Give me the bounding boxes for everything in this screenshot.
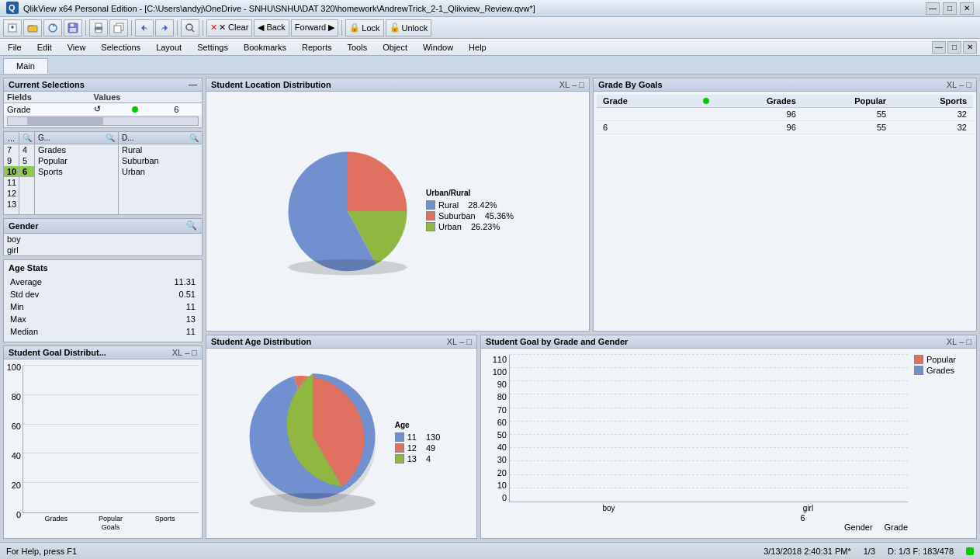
legend-suburban-value: 45.36%	[485, 211, 514, 220]
listbox-dots-header[interactable]: ...	[4, 132, 19, 144]
stacked-xl-btn[interactable]: XL	[947, 337, 957, 346]
num-10[interactable]: 10	[4, 166, 19, 177]
menu-edit[interactable]: Edit	[29, 39, 60, 56]
grades-col-header: Grades	[717, 95, 802, 108]
grade-col-header: Grade	[597, 95, 673, 108]
age-dist-xl-btn[interactable]: XL	[447, 337, 457, 346]
menu-settings[interactable]: Settings	[189, 39, 236, 56]
gender-box: Gender 🔍 boy girl	[3, 218, 203, 256]
x-label-boy: boy	[509, 504, 708, 512]
location-max-btn[interactable]: □	[579, 80, 584, 89]
small-chart-xl-btn[interactable]: XL	[172, 348, 182, 357]
gender-boy[interactable]: boy	[4, 234, 202, 245]
min-value: 11	[121, 301, 196, 312]
middle-charts-row: Student Age Distribution XL – □	[206, 335, 977, 539]
left-panel: Current Selections — Fields Values Grade…	[0, 75, 206, 542]
listbox-search-header[interactable]: 🔍	[19, 132, 35, 144]
stacked-chart-area: 0 10 20 30 40 50 60 70 80 90 100	[487, 355, 970, 532]
inner-close[interactable]: ✕	[963, 41, 977, 54]
age-dist-min-btn[interactable]: –	[459, 337, 464, 346]
location-xl-btn[interactable]: XL	[559, 80, 570, 89]
grade-goals-table: Grade Grades Popular Sports 9	[597, 95, 973, 134]
age-legend: Age 11 130 12 49 13	[395, 421, 441, 465]
stacked-axis-title-container: Gender Grade	[487, 523, 970, 532]
search-button[interactable]	[181, 19, 199, 36]
minimize-button[interactable]: —	[926, 2, 940, 15]
maximize-button[interactable]: □	[943, 2, 957, 15]
toolbar-separator-1	[85, 20, 86, 36]
legend-grades-color	[914, 366, 923, 375]
menu-window[interactable]: Window	[415, 39, 461, 56]
grade-col-header[interactable]: G... 🔍	[35, 132, 119, 144]
grade-goals-xl-btn[interactable]: XL	[947, 80, 957, 89]
location-chart-content: Urban/Rural Rural 28.42% Suburban 45.36%	[206, 92, 589, 331]
clear-button[interactable]: ✕ ✕ Clear	[206, 19, 252, 36]
current-selections-close[interactable]: —	[189, 80, 197, 89]
x-label-popular: Popular	[86, 515, 134, 523]
svg-point-15	[186, 24, 192, 30]
dist-item-suburban[interactable]: Suburban	[119, 155, 202, 166]
back-button[interactable]: ◀ Back	[254, 19, 289, 36]
tab-main[interactable]: Main	[3, 58, 48, 74]
max-row: Max 13	[10, 314, 196, 325]
dist-item-rural[interactable]: Rural	[119, 144, 202, 155]
gender-girl[interactable]: girl	[4, 245, 202, 255]
lock-button[interactable]: 🔒 Lock	[345, 19, 383, 36]
grades-col: Grades Popular Sports	[35, 144, 119, 214]
legend-rural: Rural 28.42%	[426, 200, 514, 210]
menu-bar: File Edit View Selections Layout Setting…	[0, 39, 980, 56]
open-button[interactable]	[23, 19, 42, 36]
gender-search-icon[interactable]: 🔍	[186, 220, 197, 231]
stacked-min-btn[interactable]: –	[959, 337, 964, 346]
location-legend-title: Urban/Rural	[426, 189, 514, 197]
grade-goals-max-btn[interactable]: □	[966, 80, 971, 89]
grade-6-dot	[673, 121, 717, 134]
legend-rural-color	[426, 200, 435, 210]
legend-rural-value: 28.42%	[468, 200, 497, 210]
location-min-btn[interactable]: –	[572, 80, 577, 89]
grade-item-sports[interactable]: Sports	[35, 166, 118, 177]
menu-file[interactable]: File	[0, 39, 29, 56]
inner-restore[interactable]: □	[947, 41, 961, 54]
numbers-col: 7 9 10 11 12 13	[4, 144, 19, 214]
reload-button[interactable]	[43, 19, 62, 36]
small-chart-max-btn[interactable]: □	[192, 348, 197, 357]
undo-button[interactable]	[135, 19, 154, 36]
dot-col-header	[673, 95, 717, 108]
avg-value: 11.31	[121, 276, 196, 287]
menu-tools[interactable]: Tools	[339, 39, 375, 56]
menu-reports[interactable]: Reports	[294, 39, 340, 56]
grade-table-6-row: 6 96 55 32	[597, 121, 973, 134]
menu-layout[interactable]: Layout	[148, 39, 189, 56]
print-button[interactable]	[89, 19, 108, 36]
age-dist-controls: XL – □	[447, 337, 472, 346]
unlock-button[interactable]: 🔓 Unlock	[386, 19, 432, 36]
stacked-max-btn[interactable]: □	[966, 337, 971, 346]
grade-6-label: 6	[597, 121, 673, 134]
svg-point-17	[288, 259, 407, 275]
age-dist-max-btn[interactable]: □	[466, 337, 472, 346]
selections-scrollbar[interactable]	[7, 116, 199, 126]
close-button[interactable]: ✕	[960, 2, 974, 15]
location-chart-controls: XL – □	[559, 80, 584, 89]
new-button[interactable]	[3, 19, 22, 36]
menu-help[interactable]: Help	[461, 39, 494, 56]
save-button[interactable]	[64, 19, 82, 36]
menu-view[interactable]: View	[60, 39, 94, 56]
dist-item-urban[interactable]: Urban	[119, 166, 202, 177]
small-chart-min-btn[interactable]: –	[185, 348, 189, 357]
small-bar-chart-controls: XL – □	[172, 348, 197, 357]
menu-bookmarks[interactable]: Bookmarks	[236, 39, 294, 56]
grade-item-grades[interactable]: Grades	[35, 144, 118, 155]
menu-object[interactable]: Object	[375, 39, 415, 56]
dist-col-header[interactable]: D... 🔍	[119, 132, 202, 144]
header-green-dot	[703, 98, 709, 104]
grade-goals-min-btn[interactable]: –	[959, 80, 964, 89]
copy-button[interactable]	[109, 19, 128, 36]
num2-6[interactable]: 6	[19, 166, 34, 177]
grade-item-popular[interactable]: Popular	[35, 155, 118, 166]
inner-minimize[interactable]: —	[932, 41, 946, 54]
menu-selections[interactable]: Selections	[93, 39, 148, 56]
forward-button[interactable]: Forward ▶	[291, 19, 338, 36]
redo-button[interactable]	[155, 19, 174, 36]
